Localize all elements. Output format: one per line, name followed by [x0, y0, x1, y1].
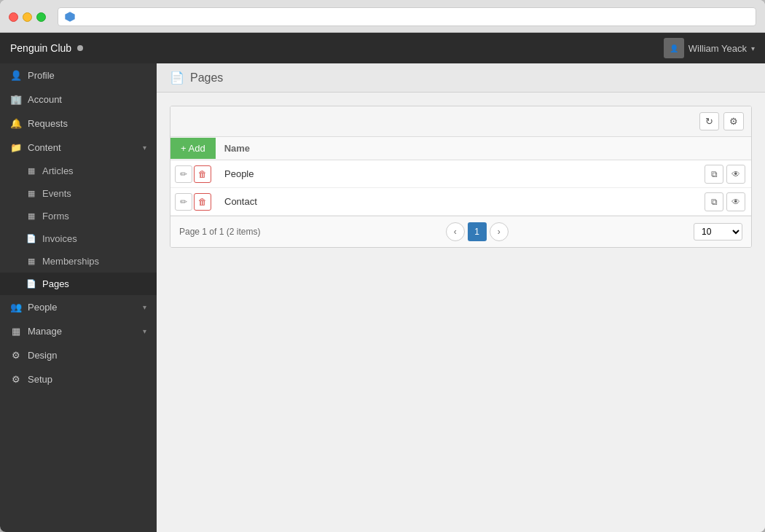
sidebar-item-account[interactable]: 🏢 Account — [0, 87, 157, 112]
user-avatar: 👤 — [664, 38, 684, 58]
sidebar-label-forms: Forms — [42, 211, 69, 222]
sidebar-item-memberships[interactable]: ▦ Memberships — [0, 250, 157, 273]
sidebar-label-memberships: Memberships — [42, 256, 99, 267]
design-icon: ⚙ — [10, 350, 22, 361]
sidebar-item-content[interactable]: 📁 Content ▾ — [0, 136, 157, 160]
row-actions-people: ✏ 🗑 — [170, 165, 216, 183]
pages-icon: 📄 — [26, 279, 36, 289]
articles-icon: ▦ — [26, 166, 36, 176]
sidebar-label-pages: Pages — [42, 278, 69, 289]
data-table: ↻ ⚙ + Add Name ✏ 🗑 — [170, 106, 752, 248]
maximize-button[interactable] — [36, 12, 46, 22]
people-icon: 👥 — [10, 302, 22, 313]
sidebar-label-profile: Profile — [28, 70, 146, 81]
page-header: 📄 Pages — [157, 63, 765, 93]
club-name: Penguin Club — [10, 42, 71, 54]
sidebar-item-people[interactable]: 👥 People ▾ — [0, 295, 157, 319]
sidebar-item-profile[interactable]: 👤 Profile — [0, 63, 157, 87]
sidebar: 👤 Profile 🏢 Account 🔔 Requests 📁 Content… — [0, 63, 157, 532]
content-arrow: ▾ — [143, 144, 146, 152]
row-name-contact: Contact — [216, 190, 699, 213]
sidebar-label-events: Events — [42, 188, 71, 199]
sidebar-item-manage[interactable]: ▦ Manage ▾ — [0, 319, 157, 343]
close-button[interactable] — [9, 12, 18, 22]
sidebar-item-articles[interactable]: ▦ Articles — [0, 160, 157, 182]
copy-button-contact[interactable]: ⧉ — [705, 192, 723, 211]
table-row: ✏ 🗑 People ⧉ 👁 — [170, 160, 751, 188]
column-header-name: Name — [216, 137, 751, 160]
edit-button-people[interactable]: ✏ — [175, 165, 192, 183]
table-row: ✏ 🗑 Contact ⧉ 👁 — [170, 188, 751, 216]
edit-button-contact[interactable]: ✏ — [175, 193, 192, 211]
row-right-actions-contact: ⧉ 👁 — [699, 192, 751, 211]
top-bar-right: 👤 William Yeack ▾ — [664, 38, 755, 58]
sidebar-item-setup[interactable]: ⚙ Setup — [0, 367, 157, 391]
view-button-contact[interactable]: 👁 — [726, 192, 745, 211]
site-icon — [64, 11, 76, 23]
prev-page-button[interactable]: ‹ — [446, 222, 465, 241]
content-inner: ↻ ⚙ + Add Name ✏ 🗑 — [157, 93, 765, 261]
sidebar-label-invoices: Invoices — [42, 233, 77, 244]
sidebar-label-people: People — [28, 302, 137, 313]
top-bar-left: Penguin Club — [10, 42, 83, 54]
sidebar-label-manage: Manage — [28, 326, 137, 337]
delete-button-people[interactable]: 🗑 — [194, 165, 211, 183]
sidebar-label-account: Account — [28, 94, 146, 105]
sidebar-label-articles: Articles — [42, 165, 74, 176]
add-button[interactable]: + Add — [170, 138, 216, 159]
sidebar-label-requests: Requests — [28, 118, 146, 129]
content-icon: 📁 — [10, 142, 22, 153]
content-area: 📄 Pages ↻ ⚙ + Add Name — [157, 63, 765, 532]
copy-button-people[interactable]: ⧉ — [705, 165, 723, 184]
pagination-info: Page 1 of 1 (2 items) — [179, 227, 260, 237]
user-name: William Yeack — [688, 43, 747, 54]
events-icon: ▦ — [26, 189, 36, 198]
browser-chrome — [0, 0, 765, 33]
per-page-dropdown[interactable]: 10 25 50 100 — [694, 223, 742, 240]
memberships-icon: ▦ — [26, 257, 36, 266]
profile-icon: 👤 — [10, 70, 22, 81]
sidebar-item-requests[interactable]: 🔔 Requests — [0, 112, 157, 136]
manage-arrow: ▾ — [143, 327, 146, 335]
sidebar-label-setup: Setup — [28, 374, 146, 385]
sidebar-label-content: Content — [28, 142, 137, 153]
setup-icon: ⚙ — [10, 374, 22, 385]
requests-icon: 🔔 — [10, 118, 22, 129]
minimize-button[interactable] — [23, 12, 32, 22]
row-actions-contact: ✏ 🗑 — [170, 193, 216, 211]
account-icon: 🏢 — [10, 94, 22, 105]
settings-button[interactable]: ⚙ — [723, 112, 744, 130]
status-dot — [77, 45, 83, 51]
pagination-controls: ‹ 1 › — [446, 222, 509, 241]
refresh-button[interactable]: ↻ — [699, 112, 719, 130]
delete-button-contact[interactable]: 🗑 — [194, 193, 211, 211]
manage-icon: ▦ — [10, 326, 22, 337]
row-name-people: People — [216, 163, 699, 185]
page-title: Pages — [190, 71, 223, 85]
table-toolbar: ↻ ⚙ — [170, 106, 751, 137]
sidebar-item-invoices[interactable]: 📄 Invoices — [0, 227, 157, 250]
top-bar: Penguin Club 👤 William Yeack ▾ — [0, 33, 765, 63]
row-right-actions-people: ⧉ 👁 — [699, 165, 751, 184]
sidebar-item-design[interactable]: ⚙ Design — [0, 343, 157, 367]
sidebar-item-events[interactable]: ▦ Events — [0, 182, 157, 205]
forms-icon: ▦ — [26, 211, 36, 221]
address-bar[interactable] — [58, 7, 756, 26]
main-layout: 👤 Profile 🏢 Account 🔔 Requests 📁 Content… — [0, 63, 765, 532]
svg-marker-0 — [65, 12, 74, 21]
sidebar-label-design: Design — [28, 350, 146, 361]
table-header: + Add Name — [170, 137, 751, 160]
per-page-select: 10 25 50 100 — [694, 223, 742, 240]
browser-window: Penguin Club 👤 William Yeack ▾ 👤 Profile — [0, 0, 765, 532]
invoices-icon: 📄 — [26, 234, 36, 243]
people-arrow: ▾ — [143, 303, 146, 311]
next-page-button[interactable]: › — [490, 222, 509, 241]
sidebar-item-forms[interactable]: ▦ Forms — [0, 205, 157, 227]
view-button-people[interactable]: 👁 — [726, 165, 745, 184]
current-page: 1 — [468, 222, 487, 241]
page-header-icon: 📄 — [170, 71, 184, 85]
app-container: Penguin Club 👤 William Yeack ▾ 👤 Profile — [0, 33, 765, 532]
sidebar-item-pages[interactable]: 📄 Pages — [0, 273, 157, 295]
table-footer: Page 1 of 1 (2 items) ‹ 1 › 10 25 50 — [170, 216, 751, 247]
user-dropdown-arrow[interactable]: ▾ — [751, 44, 755, 52]
